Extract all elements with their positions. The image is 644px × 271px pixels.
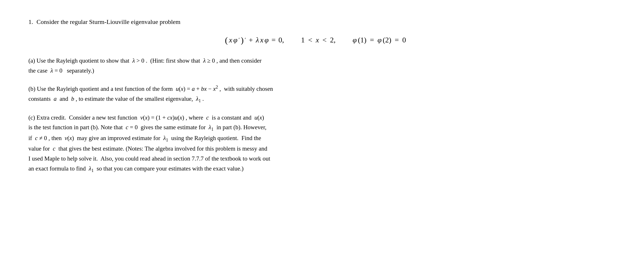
eq-sign1: = (271, 34, 276, 46)
part-c-line2: is the test function in part (b). Note t… (28, 122, 603, 133)
prime1: ′ (238, 36, 240, 44)
problem-number: 1. (28, 17, 33, 26)
part-a-label: (a) Use the Rayleigh quotient to show th… (28, 57, 261, 64)
phi-sym4: φ (377, 34, 381, 46)
lambda-sym: λ (256, 34, 259, 46)
part-b-line2: constants a and b , to estimate the valu… (28, 94, 603, 105)
plus-sign: + (249, 34, 253, 46)
x-phi: x (229, 34, 232, 46)
problem-header: 1. Consider the regular Sturm-Liouville … (28, 17, 603, 26)
part-c: (c) Extra credit. Consider a new test fu… (28, 113, 603, 174)
part-c-line3: if c ≠ 0 , then v(x) may give an improve… (28, 133, 603, 144)
lt2: < (323, 34, 327, 46)
part-b-line1: (b) Use the Rayleigh quotient and a test… (28, 83, 603, 94)
left-paren-big: ( (225, 36, 228, 44)
eq-part2: 1 < x < 2, (301, 34, 335, 46)
eq2: = (370, 34, 374, 46)
part-a: (a) Use the Rayleigh quotient to show th… (28, 56, 603, 75)
lt1: < (308, 34, 312, 46)
prime2: ′ (245, 36, 246, 44)
phi-symbol: φ (233, 34, 237, 46)
eq-part1: ( x φ ′ ) ′ + λ x φ = 0, (225, 34, 284, 46)
x-sym: x (260, 34, 263, 46)
paren-2: (2) (383, 34, 391, 46)
two: 2, (330, 34, 336, 46)
phi-sym3: φ (353, 34, 357, 46)
zero2: 0 (402, 34, 406, 46)
part-a-text2: the case λ = 0 separately.) (28, 66, 603, 76)
x-var: x (316, 34, 319, 46)
page-container: 1. Consider the regular Sturm-Liouville … (17, 11, 614, 188)
problem-title: Consider the regular Sturm-Liouville eig… (37, 17, 180, 26)
eq3: = (395, 34, 399, 46)
part-a-text: (a) Use the Rayleigh quotient to show th… (28, 56, 603, 66)
main-equation: ( x φ ′ ) ′ + λ x φ = 0, 1 < x < 2, (28, 34, 603, 46)
part-c-line1: (c) Extra credit. Consider a new test fu… (28, 113, 603, 123)
part-c-line4: value for c that gives the best estimate… (28, 144, 603, 154)
paren-1: (1) (358, 34, 366, 46)
part-b: (b) Use the Rayleigh quotient and a test… (28, 83, 603, 104)
phi-sym2: φ (265, 34, 269, 46)
right-paren-big: ) (241, 36, 244, 44)
part-c-line5: I used Maple to help solve it. Also, you… (28, 154, 603, 164)
equation-display: ( x φ ′ ) ′ + λ x φ = 0, 1 < x < 2, (28, 34, 603, 46)
eq-part3: φ (1) = φ (2) = 0 (353, 34, 406, 46)
zero1: 0, (279, 34, 284, 46)
part-c-line6: an exact formula to find λ1 so that you … (28, 164, 603, 174)
one: 1 (301, 34, 305, 46)
